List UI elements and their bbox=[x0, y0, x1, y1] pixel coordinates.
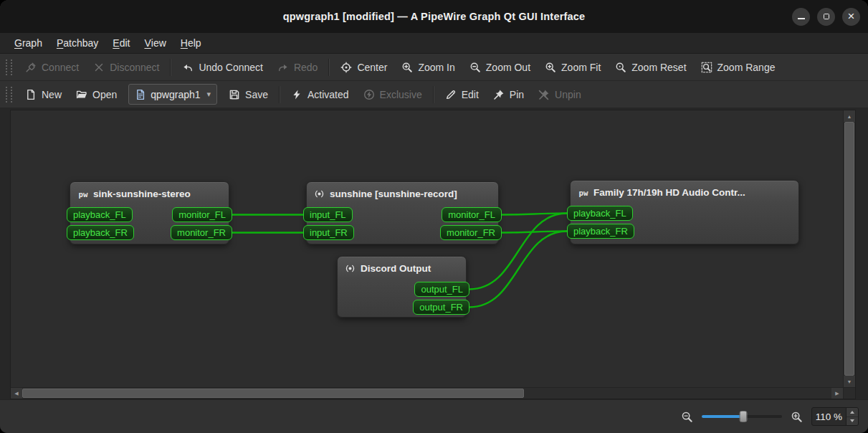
toolbar-button-label: Undo Connect bbox=[199, 62, 263, 73]
node-title: Discord Output bbox=[338, 257, 466, 277]
toolbar-button-label: Open bbox=[92, 89, 117, 100]
zoom-slider-fill bbox=[702, 415, 743, 418]
scroll-left-arrow[interactable]: ◀ bbox=[11, 388, 22, 399]
zoom-reset-icon bbox=[615, 62, 626, 73]
menu-edit[interactable]: Edit bbox=[105, 33, 137, 53]
open-button[interactable]: Open bbox=[69, 84, 124, 105]
zoom-slider[interactable] bbox=[702, 410, 782, 423]
toolbar-patchbay: NewOpenqpwgraph1▾SaveActivatedExclusiveE… bbox=[0, 81, 868, 108]
redo-button[interactable]: Redo bbox=[270, 57, 325, 78]
node-sink-sunshine-stereo[interactable]: pwsink-sunshine-stereoplayback_FLplaybac… bbox=[70, 181, 229, 244]
toolbar-button-label: Zoom Reset bbox=[631, 62, 686, 73]
zoom-in-icon[interactable] bbox=[791, 411, 803, 423]
port-input-fr[interactable]: input_FR bbox=[303, 225, 354, 240]
node-title-text: Family 17h/19h HD Audio Contr... bbox=[593, 187, 745, 198]
zoom-slider-handle[interactable] bbox=[740, 411, 748, 422]
port-output-fr[interactable]: output_FR bbox=[413, 300, 469, 315]
zoom-spinbox[interactable]: 110 % bbox=[811, 407, 859, 426]
port-monitor-fl[interactable]: monitor_FL bbox=[172, 207, 232, 222]
disconnect-icon bbox=[93, 62, 105, 73]
exclusive-button[interactable]: Exclusive bbox=[356, 84, 429, 105]
vertical-scroll-thumb[interactable] bbox=[844, 122, 854, 376]
node-sunshine[interactable]: sunshine [sunshine-record]input_FLinput_… bbox=[306, 181, 499, 244]
zoom-fit-icon bbox=[545, 62, 556, 73]
window-title: qpwgraph1 [modified] — A PipeWire Graph … bbox=[283, 11, 586, 22]
pin-button[interactable]: Pin bbox=[486, 84, 531, 105]
port-monitor-fl[interactable]: monitor_FL bbox=[442, 207, 502, 222]
zoom-out-button[interactable]: Zoom Out bbox=[462, 57, 538, 78]
connections-layer bbox=[11, 110, 843, 387]
connection-wire[interactable] bbox=[502, 232, 567, 233]
zoom-reset-button[interactable]: Zoom Reset bbox=[608, 57, 693, 78]
activated-icon bbox=[291, 89, 302, 100]
speaker-icon bbox=[314, 189, 325, 199]
toolbar-button-label: Pin bbox=[510, 89, 524, 100]
exclusive-icon bbox=[363, 89, 375, 100]
toolbar-button-label: Zoom Fit bbox=[561, 62, 601, 73]
node-title-text: sink-sunshine-stereo bbox=[93, 189, 191, 199]
horizontal-scroll-thumb[interactable] bbox=[22, 389, 524, 398]
disconnect-button[interactable]: Disconnect bbox=[86, 57, 166, 78]
undo-connect-button[interactable]: Undo Connect bbox=[175, 57, 270, 78]
graph-scroll-area: pwsink-sunshine-stereoplayback_FLplaybac… bbox=[10, 110, 856, 399]
zoom-range-button[interactable]: Zoom Range bbox=[694, 57, 783, 78]
app-window: qpwgraph1 [modified] — A PipeWire Graph … bbox=[0, 0, 868, 433]
port-playback-fr[interactable]: playback_FR bbox=[567, 224, 634, 239]
activated-button[interactable]: Activated bbox=[284, 84, 356, 105]
horizontal-scroll-track[interactable] bbox=[22, 388, 831, 399]
connection-wire[interactable] bbox=[502, 214, 567, 215]
minimize-button[interactable] bbox=[792, 8, 810, 26]
zoom-in-button[interactable]: Zoom In bbox=[394, 57, 462, 78]
graph-canvas[interactable]: pwsink-sunshine-stereoplayback_FLplaybac… bbox=[11, 110, 843, 387]
zoom-fit-button[interactable]: Zoom Fit bbox=[538, 57, 608, 78]
scrollbar-corner bbox=[843, 387, 855, 399]
menu-help[interactable]: Help bbox=[173, 33, 209, 53]
menu-graph[interactable]: Graph bbox=[7, 33, 49, 53]
vertical-scroll-track[interactable] bbox=[844, 122, 855, 376]
node-title: sunshine [sunshine-record] bbox=[307, 182, 498, 202]
node-discord-output[interactable]: Discord Outputoutput_FLoutput_FR bbox=[337, 256, 467, 318]
spin-up-button[interactable] bbox=[846, 408, 858, 417]
port-input-fl[interactable]: input_FL bbox=[303, 207, 353, 222]
maximize-button[interactable] bbox=[817, 8, 835, 26]
zoom-range-icon bbox=[701, 62, 712, 73]
svg-text:pw: pw bbox=[78, 190, 87, 199]
edit-button[interactable]: Edit bbox=[438, 84, 486, 105]
center-button[interactable]: Center bbox=[333, 57, 394, 78]
scroll-up-arrow[interactable]: ▲ bbox=[844, 110, 855, 122]
node-family-audio[interactable]: pwFamily 17h/19h HD Audio Contr...playba… bbox=[570, 180, 799, 244]
menu-patchbay[interactable]: Patchbay bbox=[49, 33, 105, 53]
toolbar-button-label: Redo bbox=[294, 62, 318, 73]
scroll-right-arrow[interactable]: ▶ bbox=[831, 388, 843, 399]
close-button[interactable]: × bbox=[842, 8, 860, 26]
toolbar-handle[interactable] bbox=[6, 87, 12, 103]
toolbar-handle[interactable] bbox=[6, 60, 12, 75]
toolbar-button-label: Disconnect bbox=[110, 62, 159, 73]
toolbar-button-label: Save bbox=[245, 89, 268, 100]
horizontal-scrollbar[interactable]: ◀ ▶ bbox=[11, 387, 843, 399]
spin-down-button[interactable] bbox=[846, 417, 858, 426]
port-monitor-fr[interactable]: monitor_FR bbox=[440, 225, 502, 240]
title-bar[interactable]: qpwgraph1 [modified] — A PipeWire Graph … bbox=[0, 0, 868, 33]
menu-view[interactable]: View bbox=[137, 33, 173, 53]
zoom-out-icon[interactable] bbox=[681, 411, 693, 423]
unpin-button[interactable]: Unpin bbox=[531, 84, 588, 105]
port-monitor-fr[interactable]: monitor_FR bbox=[171, 225, 232, 240]
scroll-down-arrow[interactable]: ▼ bbox=[844, 376, 855, 387]
patchbay-file-combo[interactable]: qpwgraph1▾ bbox=[128, 84, 217, 105]
connect-button[interactable]: Connect bbox=[18, 57, 86, 78]
port-output-fl[interactable]: output_FL bbox=[414, 282, 469, 297]
zoom-in-icon bbox=[401, 62, 413, 73]
port-playback-fr[interactable]: playback_FR bbox=[67, 225, 134, 240]
edit-icon bbox=[445, 89, 457, 100]
port-playback-fl[interactable]: playback_FL bbox=[567, 206, 633, 221]
toolbar-button-label: Activated bbox=[307, 89, 349, 100]
port-playback-fl[interactable]: playback_FL bbox=[67, 207, 133, 222]
toolbar-button-label: Edit bbox=[462, 89, 479, 100]
vertical-scrollbar[interactable]: ▲ ▼ bbox=[843, 110, 855, 387]
new-button[interactable]: New bbox=[18, 84, 69, 105]
toolbar-button-label: Connect bbox=[42, 62, 79, 73]
save-button[interactable]: Save bbox=[221, 84, 275, 105]
node-title: pwFamily 17h/19h HD Audio Contr... bbox=[571, 181, 798, 201]
toolbar-button-label: Zoom Out bbox=[486, 62, 530, 73]
